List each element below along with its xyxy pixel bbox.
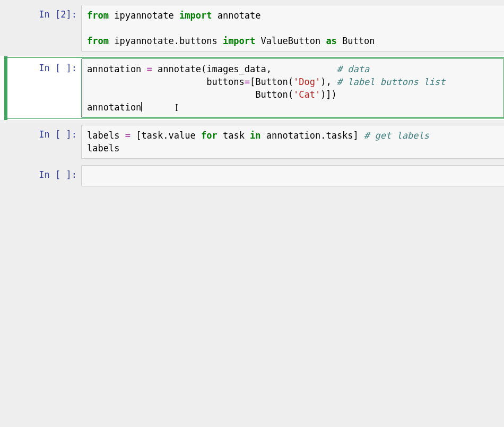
code-cell[interactable]: In [ ]: — [0, 164, 504, 188]
notebook-container: In [2]:from ipyannotate import annotate … — [0, 3, 504, 188]
input-prompt: In [2]: — [4, 5, 81, 52]
code-input[interactable]: labels = [task.value for task in annotat… — [81, 125, 504, 159]
input-prompt: In [ ]: — [4, 58, 81, 118]
code-cell[interactable]: In [ ]:labels = [task.value for task in … — [0, 123, 504, 160]
code-input[interactable]: annotation = annotate(images_data, # dat… — [81, 58, 504, 118]
code-cell[interactable]: In [ ]:annotation = annotate(images_data… — [0, 56, 504, 120]
input-prompt: In [ ]: — [4, 165, 81, 186]
code-input[interactable] — [81, 165, 504, 186]
code-cell[interactable]: In [2]:from ipyannotate import annotate … — [0, 3, 504, 53]
ibeam-cursor-icon: I — [175, 101, 178, 114]
text-cursor — [141, 102, 142, 112]
input-prompt: In [ ]: — [4, 125, 81, 159]
code-input[interactable]: from ipyannotate import annotate from ip… — [81, 5, 504, 52]
